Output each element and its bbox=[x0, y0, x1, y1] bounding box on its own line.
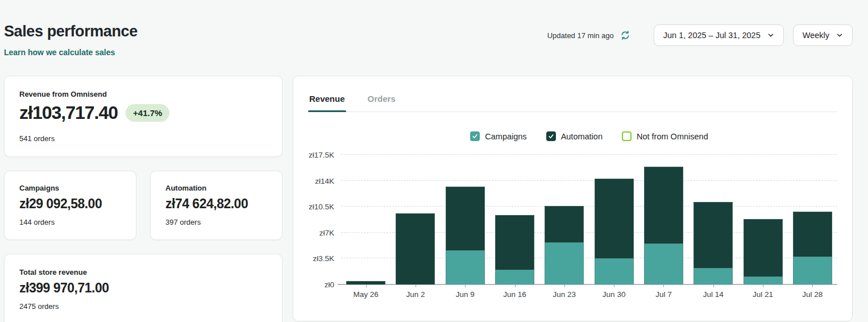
x-axis-cell: Jun 2 bbox=[391, 284, 440, 299]
bars-container bbox=[341, 155, 837, 284]
y-axis: zł0zł3.5Kzł7Kzł10.5Kzł14Kzł17.5K bbox=[308, 155, 341, 284]
y-axis-tick-label: zł3.5K bbox=[313, 254, 334, 263]
bar-segment-campaigns[interactable] bbox=[644, 243, 683, 284]
bar-segment-automation[interactable] bbox=[446, 187, 485, 250]
stat-label: Total store revenue bbox=[19, 268, 267, 276]
bar-segment-automation[interactable] bbox=[693, 202, 733, 268]
page-header: Sales performance Learn how we calculate… bbox=[0, 0, 868, 57]
bar-segment-campaigns[interactable] bbox=[495, 270, 534, 284]
x-axis-tick bbox=[564, 284, 565, 287]
chart-legend: CampaignsAutomationNot from Omnisend bbox=[341, 131, 837, 141]
legend-item-campaigns[interactable]: Campaigns bbox=[470, 131, 526, 141]
chart-column-jun-9 bbox=[441, 155, 490, 284]
stacked-bar-chart: zł0zł3.5Kzł7Kzł10.5Kzł14Kzł17.5K bbox=[308, 155, 837, 284]
refresh-icon[interactable] bbox=[620, 30, 631, 41]
y-axis-tick-label: zł17.5K bbox=[309, 151, 334, 159]
x-axis-tick bbox=[416, 284, 416, 287]
x-axis-tick bbox=[812, 284, 813, 287]
chevron-down-icon bbox=[767, 32, 774, 39]
bar-segment-automation[interactable] bbox=[495, 215, 534, 270]
bar-segment-campaigns[interactable] bbox=[744, 276, 783, 284]
x-axis-tick-label: Jul 21 bbox=[738, 290, 787, 299]
chart-panel: Revenue Orders CampaignsAutomationNot fr… bbox=[293, 76, 853, 321]
x-axis-cell: Jul 14 bbox=[688, 284, 738, 299]
stat-value: zł29 092,58.00 bbox=[19, 196, 121, 212]
orders-count: 2475 orders bbox=[19, 302, 267, 311]
chart-column-jul-7 bbox=[639, 155, 688, 284]
not-from-omnisend-checkbox-icon bbox=[622, 131, 632, 141]
chevron-down-icon bbox=[836, 32, 843, 39]
x-axis-cell: Jul 28 bbox=[788, 284, 837, 299]
stat-value: zł74 624,82.00 bbox=[165, 196, 267, 212]
sales-performance-page: Sales performance Learn how we calculate… bbox=[0, 0, 868, 322]
card-automation: Automation zł74 624,82.00 397 orders bbox=[150, 171, 283, 240]
chart-column-jun-30 bbox=[589, 155, 638, 284]
legend-item-automation[interactable]: Automation bbox=[546, 131, 603, 141]
x-axis-cell: Jul 7 bbox=[639, 284, 688, 299]
bar-segment-campaigns[interactable] bbox=[793, 257, 832, 285]
card-campaigns: Campaigns zł29 092,58.00 144 orders bbox=[4, 171, 136, 240]
bar-segment-automation[interactable] bbox=[793, 212, 832, 256]
bar-segment-automation[interactable] bbox=[396, 213, 435, 284]
chart-column-jul-14 bbox=[688, 155, 738, 284]
bar-segment-automation[interactable] bbox=[744, 219, 783, 276]
orders-count: 144 orders bbox=[19, 218, 121, 226]
x-axis-cell: Jun 16 bbox=[490, 284, 539, 299]
x-axis-cell: Jun 9 bbox=[441, 284, 490, 299]
header-left: Sales performance Learn how we calculate… bbox=[4, 23, 138, 57]
stat-label: Campaigns bbox=[19, 184, 121, 192]
x-axis-cell: May 26 bbox=[341, 284, 391, 299]
x-axis-tick-label: Jul 28 bbox=[788, 290, 837, 299]
value-row: zł103,717.40 +41.7% bbox=[19, 102, 267, 123]
y-axis-tick-label: zł0 bbox=[325, 280, 334, 289]
bar-stack bbox=[396, 155, 435, 284]
change-badge: +41.7% bbox=[126, 104, 169, 122]
x-axis-tick bbox=[465, 284, 466, 287]
legend-item-not-from-omnisend[interactable]: Not from Omnisend bbox=[622, 131, 708, 141]
learn-how-link[interactable]: Learn how we calculate sales bbox=[4, 48, 115, 57]
tab-orders[interactable]: Orders bbox=[367, 88, 397, 112]
orders-count: 397 orders bbox=[165, 218, 267, 226]
bar-segment-automation[interactable] bbox=[595, 179, 634, 259]
x-axis-tick-label: Jun 2 bbox=[391, 290, 440, 299]
chart-column-may-26 bbox=[341, 155, 391, 284]
bar-segment-campaigns[interactable] bbox=[446, 250, 485, 284]
stat-label: Automation bbox=[165, 184, 267, 192]
stat-value: zł399 970,71.00 bbox=[19, 280, 267, 296]
x-axis-tick-label: Jun 16 bbox=[490, 290, 539, 299]
x-axis-tick-label: Jun 30 bbox=[589, 290, 638, 299]
campaigns-checkbox-icon bbox=[470, 131, 480, 141]
stat-label: Revenue from Omnisend bbox=[19, 90, 267, 98]
automation-checkbox-icon bbox=[546, 131, 556, 141]
x-axis-tick-label: Jul 14 bbox=[688, 290, 738, 299]
tab-revenue[interactable]: Revenue bbox=[308, 88, 346, 112]
y-axis-tick-label: zł10.5K bbox=[309, 203, 334, 211]
bar-segment-automation[interactable] bbox=[545, 206, 584, 242]
granularity-select[interactable]: Weekly bbox=[793, 24, 853, 46]
plot-area bbox=[341, 155, 837, 284]
bar-segment-campaigns[interactable] bbox=[693, 268, 733, 284]
stats-row: Campaigns zł29 092,58.00 144 orders Auto… bbox=[4, 171, 283, 240]
bar-segment-campaigns[interactable] bbox=[545, 242, 584, 284]
legend-label: Not from Omnisend bbox=[637, 132, 708, 141]
x-axis-tick-label: Jun 23 bbox=[539, 290, 589, 299]
bar-segment-automation[interactable] bbox=[644, 167, 683, 243]
card-total-store-revenue: Total store revenue zł399 970,71.00 2475… bbox=[4, 254, 283, 322]
header-controls: Updated 17 min ago Jun 1, 2025 – Jul 31,… bbox=[547, 24, 853, 46]
bar-segment-campaigns[interactable] bbox=[595, 258, 634, 284]
x-axis-tick bbox=[614, 284, 614, 287]
y-axis-tick-label: zł14K bbox=[315, 176, 334, 185]
x-axis-tick bbox=[763, 284, 763, 287]
chart-column-jul-21 bbox=[738, 155, 787, 284]
updated-text: Updated 17 min ago bbox=[547, 31, 614, 40]
x-axis-tick bbox=[366, 284, 367, 287]
date-range-value: Jun 1, 2025 – Jul 31, 2025 bbox=[663, 31, 761, 40]
bar-stack bbox=[693, 155, 733, 284]
date-range-select[interactable]: Jun 1, 2025 – Jul 31, 2025 bbox=[654, 24, 784, 46]
chart-column-jun-23 bbox=[539, 155, 589, 284]
x-axis-tick bbox=[663, 284, 664, 287]
x-axis-cell: Jun 23 bbox=[539, 284, 589, 299]
x-axis-cell: Jun 30 bbox=[589, 284, 638, 299]
x-axis-tick bbox=[515, 284, 516, 287]
page-title: Sales performance bbox=[4, 23, 138, 40]
